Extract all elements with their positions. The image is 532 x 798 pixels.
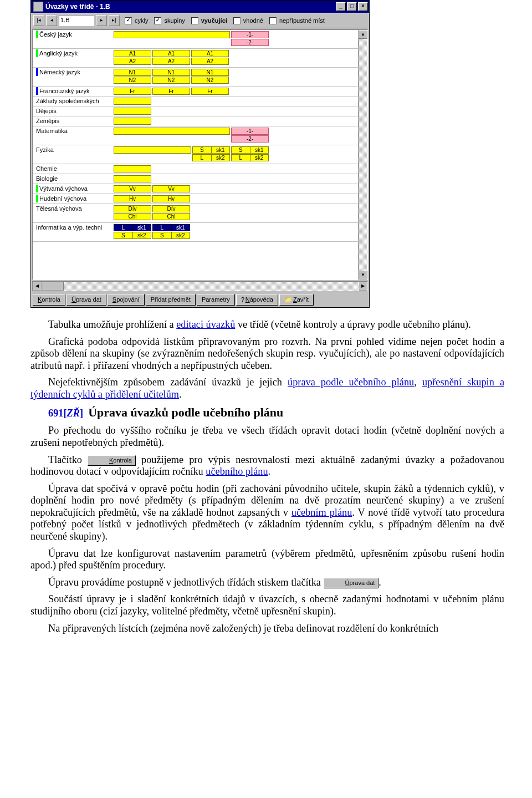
cell[interactable] bbox=[114, 146, 191, 154]
cell[interactable]: Dív bbox=[114, 205, 151, 212]
subject-row: Biologie bbox=[33, 174, 367, 184]
cell[interactable]: Hv bbox=[152, 195, 190, 202]
subject-label: Chemie bbox=[33, 165, 114, 172]
cell[interactable]: N2 bbox=[191, 77, 229, 84]
close-button[interactable]: × bbox=[358, 2, 368, 11]
cell[interactable]: Vv bbox=[152, 185, 190, 192]
spojovani-button[interactable]: Spojování bbox=[108, 294, 145, 306]
cell[interactable]: -2- bbox=[231, 135, 269, 143]
maximize-button[interactable]: □ bbox=[347, 2, 357, 11]
paragraph-4: Po přechodu do vyššího ročníku je třeba … bbox=[30, 425, 504, 449]
scrollbar-horizontal[interactable]: ◀ ▶ bbox=[32, 281, 368, 291]
cell[interactable]: Ssk1 bbox=[231, 146, 269, 154]
inline-kontrola-button[interactable]: Kontrola bbox=[88, 455, 136, 466]
help-icon: ? bbox=[241, 296, 244, 303]
pridat-predmet-button[interactable]: Přidat předmět bbox=[146, 294, 196, 306]
subject-label: Anglický jazyk bbox=[33, 49, 114, 57]
link-ucebniho-planu[interactable]: učebního plánu bbox=[206, 466, 268, 477]
green-marker-icon bbox=[36, 31, 38, 38]
cell[interactable]: Dív bbox=[152, 205, 190, 212]
class-combo[interactable]: 1.B bbox=[59, 15, 94, 26]
cell[interactable] bbox=[114, 118, 151, 125]
cell[interactable] bbox=[114, 128, 230, 135]
scroll-thumb[interactable] bbox=[42, 282, 64, 291]
cell[interactable]: A1 bbox=[191, 50, 229, 57]
checkbox-vhodne[interactable] bbox=[233, 17, 241, 24]
ref-tag: ZŘ bbox=[67, 408, 80, 419]
cell[interactable]: A2 bbox=[191, 58, 229, 65]
cell[interactable]: -1- bbox=[231, 31, 269, 38]
cell[interactable] bbox=[114, 108, 151, 115]
scroll-left-icon[interactable]: ◀ bbox=[33, 282, 42, 291]
cell[interactable]: A1 bbox=[152, 50, 190, 57]
scroll-up-icon[interactable]: ▲ bbox=[359, 30, 367, 39]
cell[interactable]: Chl bbox=[114, 213, 151, 220]
cell[interactable]: Lsk1 bbox=[114, 224, 151, 231]
scrollbar-vertical[interactable]: ▲ ▼ bbox=[358, 30, 367, 279]
cell-part: sk1 bbox=[172, 225, 190, 231]
cell[interactable] bbox=[114, 98, 151, 105]
blue-marker-icon bbox=[36, 87, 38, 95]
cell-part: sk1 bbox=[250, 147, 269, 153]
link-editaci-uvazku[interactable]: editaci úvazků bbox=[176, 319, 235, 330]
checkbox-cykly[interactable] bbox=[125, 17, 132, 24]
cell[interactable]: N2 bbox=[114, 77, 151, 84]
cell[interactable]: Hv bbox=[114, 195, 151, 202]
cell[interactable]: N2 bbox=[152, 77, 190, 84]
cell[interactable] bbox=[114, 31, 230, 38]
cell[interactable]: Ssk2 bbox=[152, 232, 190, 239]
cell[interactable]: -2- bbox=[231, 39, 269, 46]
cell[interactable]: Ssk1 bbox=[192, 146, 230, 154]
subject-name: Německý jazyk bbox=[39, 68, 80, 76]
scroll-down-icon[interactable]: ▼ bbox=[359, 271, 367, 279]
napoveda-button[interactable]: ?Nápověda bbox=[236, 294, 278, 306]
cell[interactable]: Chl bbox=[152, 213, 190, 220]
subject-name: Hudební výchova bbox=[39, 195, 86, 202]
subject-name: Základy společenských bbox=[36, 97, 99, 105]
cell[interactable]: A2 bbox=[114, 58, 151, 65]
cell[interactable]: Lsk2 bbox=[192, 154, 230, 161]
subject-label: Dějepis bbox=[33, 107, 114, 115]
cell[interactable] bbox=[114, 165, 151, 172]
cell-row: Ssk2Ssk2 bbox=[114, 232, 190, 239]
inline-uprava-dat-button[interactable]: Úprava dat bbox=[324, 578, 379, 588]
cell[interactable]: Fr bbox=[152, 88, 190, 95]
cell[interactable]: Lsk1 bbox=[152, 224, 190, 231]
nav-last-button[interactable]: ▸| bbox=[109, 15, 120, 26]
cell-row: A1A1A1 bbox=[114, 50, 229, 57]
checkbox-vyucujici[interactable] bbox=[191, 17, 198, 24]
cell[interactable]: Vv bbox=[114, 185, 151, 192]
nav-prev-button[interactable]: ◂ bbox=[46, 15, 57, 26]
cells bbox=[114, 97, 151, 105]
cell[interactable]: Fr bbox=[114, 88, 151, 95]
cell[interactable]: A1 bbox=[114, 50, 151, 57]
subject-row: Zeměpis bbox=[33, 116, 367, 126]
minimize-button[interactable]: _ bbox=[336, 2, 346, 11]
scroll-right-icon[interactable]: ▶ bbox=[359, 282, 367, 291]
parametry-button[interactable]: Parametry bbox=[197, 294, 235, 306]
text: . bbox=[268, 466, 271, 477]
nav-next-button[interactable]: ▸ bbox=[96, 15, 107, 26]
cell[interactable]: N1 bbox=[152, 69, 190, 76]
app-window: Úvazky ve třídě - 1.B _ □ × |◂ ◂ 1.B ▸ ▸… bbox=[30, 0, 370, 308]
cell[interactable] bbox=[114, 175, 151, 182]
cell[interactable]: N1 bbox=[114, 69, 151, 76]
cell[interactable]: A2 bbox=[152, 58, 190, 65]
cells bbox=[114, 175, 151, 183]
cell[interactable]: Fr bbox=[191, 88, 229, 95]
uprava-dat-button[interactable]: Úprava dat bbox=[66, 294, 106, 306]
zavrit-button[interactable]: 📁Zavřít bbox=[279, 294, 314, 306]
kontrola-button[interactable]: Kontrola bbox=[33, 294, 65, 306]
link-uprava-podle-planu[interactable]: úprava podle učebního plánu bbox=[288, 377, 414, 388]
checkbox-skupiny[interactable] bbox=[154, 17, 161, 24]
cell[interactable]: N1 bbox=[191, 69, 229, 76]
green-marker-icon bbox=[36, 49, 38, 57]
cell[interactable]: -1- bbox=[231, 128, 269, 135]
nav-first-button[interactable]: |◂ bbox=[33, 15, 44, 26]
cell[interactable]: Ssk2 bbox=[114, 232, 151, 239]
checkbox-nepripustne[interactable] bbox=[269, 17, 277, 24]
cell[interactable]: Lsk2 bbox=[231, 154, 269, 161]
napoveda-label-rest: ápověda bbox=[250, 296, 273, 303]
link-ucebnim-planu[interactable]: učebním plánu bbox=[291, 507, 352, 518]
cell-part: sk1 bbox=[212, 147, 230, 153]
